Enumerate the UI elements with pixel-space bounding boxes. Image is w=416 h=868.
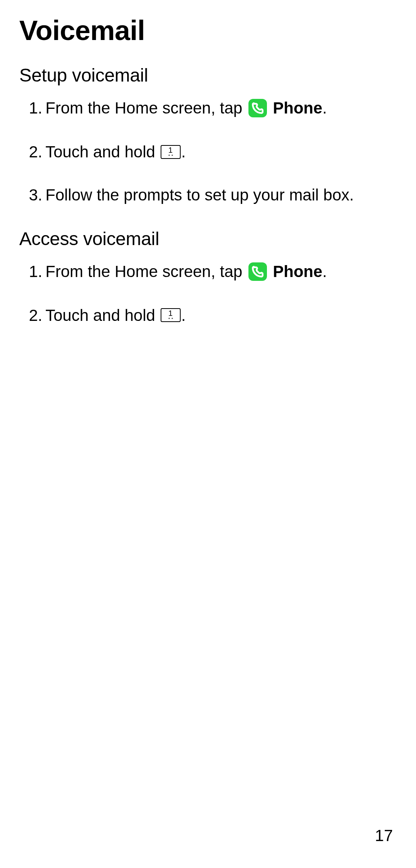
- phone-label: Phone: [273, 99, 322, 117]
- key-subsymbol: ⚬⚬: [168, 154, 174, 157]
- step-text: Touch and hold: [45, 143, 160, 161]
- step-text: .: [322, 262, 327, 280]
- list-item: From the Home screen, tap Phone.: [45, 261, 397, 283]
- step-text: .: [322, 99, 327, 117]
- steps-setup: From the Home screen, tap Phone. Touch a…: [19, 97, 397, 206]
- list-item: Follow the prompts to set up your mail b…: [45, 184, 397, 206]
- key-digit: 1: [168, 309, 173, 317]
- step-text: From the Home screen, tap: [45, 99, 247, 117]
- page-title: Voicemail: [19, 15, 397, 46]
- key-digit: 1: [168, 146, 173, 154]
- step-text: .: [181, 306, 186, 324]
- step-text: Touch and hold: [45, 306, 160, 324]
- steps-access: From the Home screen, tap Phone. Touch a…: [19, 261, 397, 327]
- page: Voicemail Setup voicemail From the Home …: [0, 0, 416, 868]
- key-1-icon: 1⚬⚬: [161, 145, 181, 159]
- phone-label: Phone: [273, 262, 322, 280]
- key-subsymbol: ⚬⚬: [168, 317, 174, 320]
- step-text: .: [181, 143, 186, 161]
- key-1-icon: 1⚬⚬: [161, 308, 181, 322]
- list-item: From the Home screen, tap Phone.: [45, 97, 397, 120]
- step-text: From the Home screen, tap: [45, 262, 247, 280]
- phone-icon: [248, 99, 267, 117]
- section-heading-setup: Setup voicemail: [19, 64, 397, 87]
- list-item: Touch and hold 1⚬⚬.: [45, 305, 397, 327]
- page-number: 17: [375, 826, 393, 845]
- step-text: Follow the prompts to set up your mail b…: [45, 186, 354, 204]
- list-item: Touch and hold 1⚬⚬.: [45, 141, 397, 163]
- phone-icon: [248, 262, 267, 281]
- section-heading-access: Access voicemail: [19, 228, 397, 250]
